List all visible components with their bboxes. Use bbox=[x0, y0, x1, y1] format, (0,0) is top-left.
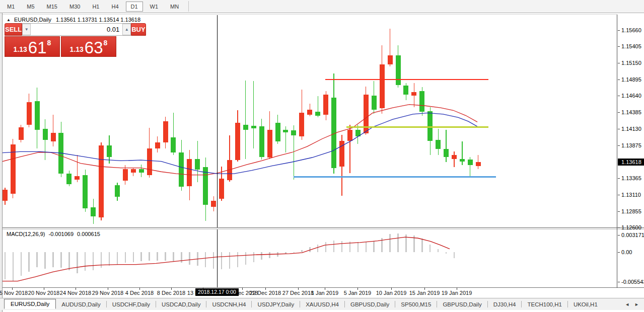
price-axis-label: 1.14385 bbox=[621, 109, 641, 115]
volume-input[interactable] bbox=[31, 24, 122, 35]
bid-price-prefix: 1.13 bbox=[14, 45, 27, 53]
price-axis-tick bbox=[618, 227, 620, 228]
macd-axis-tick bbox=[618, 235, 620, 236]
chart-tab-eurusd-daily[interactable]: EURUSD,Daily bbox=[4, 299, 56, 309]
price-axis-label: 1.15150 bbox=[621, 60, 641, 66]
trading-terminal-window: M1M5M15M30H1H4D1W1MN ▲EURUSD,Daily1.1356… bbox=[0, 0, 644, 312]
price-axis-label: 1.15660 bbox=[621, 27, 641, 33]
price-axis-label: 1.13365 bbox=[621, 175, 641, 181]
price-axis-tick bbox=[618, 195, 620, 195]
chart-symbol-label: EURUSD,Daily bbox=[14, 17, 51, 23]
buy-button[interactable]: BUY bbox=[131, 23, 146, 36]
sell-button[interactable]: SELL bbox=[5, 23, 22, 36]
date-axis-label: 15 Nov 2018 bbox=[0, 290, 28, 296]
price-axis-tick bbox=[618, 96, 620, 96]
price-axis-tick bbox=[618, 46, 620, 47]
macd-axis-label: 0.00 bbox=[621, 249, 632, 255]
axis-border bbox=[617, 15, 617, 288]
ask-price-display[interactable]: 1.13638 bbox=[61, 36, 116, 57]
date-axis-label: 20 Nov 2018 bbox=[28, 290, 59, 296]
timeframe-button-m1[interactable]: M1 bbox=[2, 2, 20, 12]
timeframe-button-d1[interactable]: D1 bbox=[126, 2, 143, 12]
volume-down-button[interactable]: ▼ bbox=[22, 24, 31, 35]
macd-chart-canvas[interactable] bbox=[3, 229, 617, 287]
timeframe-button-w1[interactable]: W1 bbox=[145, 2, 164, 12]
ask-price-pipette: 8 bbox=[104, 39, 108, 47]
date-axis-label: 8 Dec 2018 bbox=[157, 290, 185, 296]
price-axis-label: 1.12855 bbox=[621, 208, 641, 214]
timeframe-button-m5[interactable]: M5 bbox=[22, 2, 39, 12]
macd-axis-label: 0.003171 bbox=[621, 232, 644, 238]
chart-tab-tech100-h1[interactable]: TECH100,H1 bbox=[522, 300, 567, 309]
date-axis-label: 24 Nov 2018 bbox=[60, 290, 91, 296]
chart-tab-usdjpy-daily[interactable]: USDJPY,Daily bbox=[252, 300, 300, 309]
chart-tab-gbpusd-daily[interactable]: GBPUSD,Daily bbox=[437, 300, 487, 309]
price-axis-label: 1.14640 bbox=[621, 93, 641, 99]
date-axis-label: 29 Nov 2018 bbox=[92, 290, 123, 296]
chart-tab-bar: EURUSD,DailyAUDUSD,DailyUSDCHF,DailyUSDC… bbox=[0, 298, 644, 310]
price-axis-tick bbox=[618, 178, 620, 179]
macd-axis-label: -0.005543 bbox=[621, 279, 644, 285]
date-axis-label: 22 Dec 2018 bbox=[250, 290, 281, 296]
chart-tab-ukoil-h1[interactable]: UKOil,H1 bbox=[568, 300, 603, 309]
date-axis-label: 19 Jan 2019 bbox=[442, 290, 472, 296]
crosshair-date-tooltip: 2018.12.17 0:00 bbox=[195, 288, 239, 296]
price-axis-label: 1.15405 bbox=[621, 43, 641, 49]
chart-top-border bbox=[3, 14, 617, 15]
tab-scroll-left-icon[interactable]: ◄ bbox=[625, 302, 629, 307]
chart-tab-usdchf-daily[interactable]: USDCHF,Daily bbox=[107, 300, 156, 309]
tab-scroll-arrows: ◄► bbox=[620, 302, 644, 307]
volume-stepper: ▼ ▲ bbox=[22, 23, 131, 36]
price-axis-tick bbox=[618, 129, 620, 129]
tab-scroll-right-icon[interactable]: ► bbox=[634, 302, 639, 307]
price-axis-tick bbox=[618, 211, 620, 212]
chart-ohlc-values: 1.13561 1.13731 1.13514 1.13618 bbox=[56, 17, 140, 23]
price-axis-tick bbox=[618, 145, 620, 146]
bid-price-display[interactable]: 1.13618 bbox=[5, 36, 60, 57]
price-axis-label: 1.13875 bbox=[621, 142, 641, 148]
date-axis-label: 5 Jan 2019 bbox=[344, 290, 371, 296]
date-axis-label: 4 Dec 2018 bbox=[125, 290, 154, 296]
macd-name: MACD(12,26,9) bbox=[7, 231, 45, 237]
price-axis-tick bbox=[618, 80, 620, 80]
pane-splitter[interactable] bbox=[3, 227, 644, 229]
chart-tab-usdcad-daily[interactable]: USDCAD,Daily bbox=[156, 300, 206, 309]
price-axis-label: 1.14895 bbox=[621, 76, 641, 83]
date-axis-label: 10 Jan 2019 bbox=[376, 290, 407, 296]
chart-tab-audusd-daily[interactable]: AUDUSD,Daily bbox=[56, 300, 106, 309]
one-click-trade-panel: SELL ▼ ▲ BUY 1.13618 1.13638 bbox=[5, 23, 116, 57]
macd-axis: 0.0031710.00-0.005543 bbox=[618, 229, 644, 287]
macd-indicator-label: MACD(12,26,9) -0.001069 0.000615 bbox=[7, 231, 102, 237]
ask-price-big-digits: 63 bbox=[85, 39, 103, 56]
timeframe-button-h4[interactable]: H4 bbox=[106, 2, 123, 12]
bid-price-big-digits: 61 bbox=[28, 39, 47, 56]
price-axis-tick bbox=[618, 112, 620, 113]
chart-tab-sp500-m15[interactable]: SP500,M15 bbox=[395, 300, 437, 309]
price-axis-tick bbox=[618, 30, 620, 31]
chart-title: ▲EURUSD,Daily1.13561 1.13731 1.13514 1.1… bbox=[7, 17, 140, 23]
volume-up-button[interactable]: ▲ bbox=[122, 24, 131, 35]
chart-tab-gbpusd-daily[interactable]: GBPUSD,Daily bbox=[345, 300, 395, 309]
toolbar-separator bbox=[188, 1, 189, 12]
bid-price-pipette: 8 bbox=[47, 39, 51, 47]
collapse-trade-panel-icon[interactable]: ▲ bbox=[7, 18, 11, 22]
price-axis-label: 1.14130 bbox=[621, 126, 641, 132]
date-axis-label: 27 Dec 2018 bbox=[282, 290, 314, 296]
date-axis-label: 15 Jan 2019 bbox=[409, 290, 440, 296]
macd-axis-tick bbox=[618, 282, 620, 282]
timeframe-button-m30[interactable]: M30 bbox=[64, 2, 85, 12]
timeframe-button-mn[interactable]: MN bbox=[165, 2, 184, 12]
macd-main-value: -0.001069 bbox=[48, 231, 74, 237]
price-axis: 1.13618 1.156601.154051.151501.148951.14… bbox=[618, 15, 644, 228]
chart-tab-dj30-h4[interactable]: DJ30,H4 bbox=[488, 300, 522, 309]
price-axis-tick bbox=[618, 63, 620, 63]
chart-tab-xauusd-h4[interactable]: XAUUSD,H4 bbox=[300, 300, 344, 309]
chart-tab-usdcnh-h4[interactable]: USDCNH,H4 bbox=[206, 300, 251, 309]
date-axis-label: 1 Jan 2019 bbox=[311, 290, 338, 296]
date-axis: 2018.12.17 0:00 15 Nov 201820 Nov 201824… bbox=[3, 288, 617, 297]
macd-signal-value: 0.000615 bbox=[77, 231, 100, 237]
timeframe-button-h1[interactable]: H1 bbox=[87, 2, 104, 12]
timeframe-button-m15[interactable]: M15 bbox=[42, 2, 62, 12]
macd-axis-tick bbox=[618, 252, 620, 253]
price-axis-label: 1.13110 bbox=[621, 192, 641, 198]
